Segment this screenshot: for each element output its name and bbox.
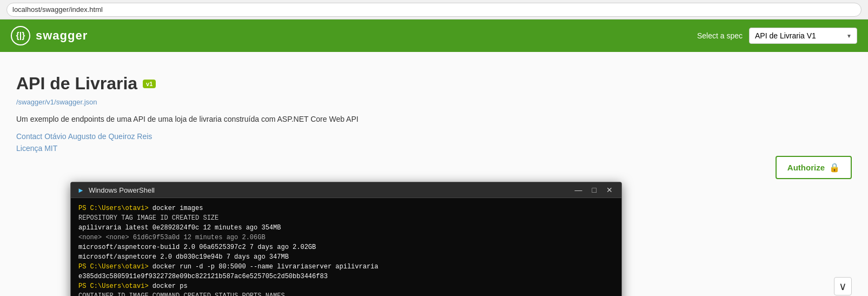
terminal-line-2: apilivraria latest 0e2892824f0c 12 minut… xyxy=(78,223,614,233)
term-none: <none> <none> 61d6c9f53a0d 12 minutes ag… xyxy=(78,234,266,241)
api-description: Um exemplo de endpoints de uma API de um… xyxy=(16,115,852,123)
term-data-3: microsoft/aspnetcore 2.0 db030c19e94b 7 … xyxy=(78,253,289,261)
url-text: localhost/swagger/index.html xyxy=(12,5,103,14)
terminal-close-button[interactable]: ✕ xyxy=(604,186,615,194)
select-spec-label: Select a spec xyxy=(697,31,743,40)
navbar: {|} swagger Select a spec API de Livrari… xyxy=(0,19,868,52)
powershell-terminal: ► Windows PowerShell — □ ✕ PS C:\Users\o… xyxy=(70,182,622,296)
spec-select-wrapper[interactable]: API de Livraria V1 xyxy=(749,28,857,44)
swagger-logo-icon: {|} xyxy=(11,26,30,45)
terminal-line-4: microsoft/aspnetcore-build 2.0 06a652539… xyxy=(78,242,614,252)
ps-icon: ► xyxy=(77,186,84,194)
terminal-line-5: microsoft/aspnetcore 2.0 db030c19e94b 7 … xyxy=(78,252,614,262)
term-prompt-3: PS C:\Users\otavi> xyxy=(78,282,153,290)
chevron-down-container: ∨ xyxy=(834,277,852,295)
term-header: REPOSITORY TAG IMAGE ID CREATED SIZE xyxy=(78,214,218,222)
api-version-badge: v1 xyxy=(143,80,156,88)
terminal-title-left: ► Windows PowerShell xyxy=(77,186,155,194)
terminal-line-6: PS C:\Users\otavi> docker run -d -p 80:5… xyxy=(78,262,614,272)
browser-chrome: localhost/swagger/index.html xyxy=(0,0,868,19)
terminal-line-header: REPOSITORY TAG IMAGE ID CREATED SIZE xyxy=(78,213,614,223)
term-ps-header: CONTAINER ID IMAGE COMMAND CREATED STATU… xyxy=(78,292,285,296)
authorize-label: Authorize xyxy=(787,163,825,172)
swagger-brand-name: swagger xyxy=(36,29,88,43)
term-prompt-2: PS C:\Users\otavi> xyxy=(78,263,153,271)
authorize-btn-container: Authorize 🔒 xyxy=(776,156,852,179)
main-content: API de Livraria v1 /swagger/v1/swagger.j… xyxy=(0,52,868,296)
navbar-brand: {|} swagger xyxy=(11,26,88,45)
license-link[interactable]: Licença MIT xyxy=(16,144,852,153)
term-cmd: docker images xyxy=(153,205,203,212)
terminal-line-7: e385dd3c5805911e9f9322728e09bc822121b587… xyxy=(78,272,614,281)
terminal-line-ps-header: CONTAINER ID IMAGE COMMAND CREATED STATU… xyxy=(78,291,614,296)
api-title: API de Livraria xyxy=(16,74,137,94)
terminal-line-1: PS C:\Users\otavi> docker images xyxy=(78,203,614,213)
chevron-down-icon: ∨ xyxy=(839,280,847,292)
terminal-title-text: Windows PowerShell xyxy=(89,186,155,194)
terminal-body: PS C:\Users\otavi> docker images REPOSIT… xyxy=(71,198,621,296)
spec-select[interactable]: API de Livraria V1 xyxy=(749,28,857,44)
api-title-row: API de Livraria v1 xyxy=(16,74,852,94)
term-hash: e385dd3c5805911e9f9322728e09bc822121b587… xyxy=(78,273,328,280)
terminal-maximize-button[interactable]: □ xyxy=(590,186,599,194)
terminal-line-8: PS C:\Users\otavi> docker ps xyxy=(78,281,614,291)
authorize-button[interactable]: Authorize 🔒 xyxy=(776,156,852,179)
lock-icon: 🔒 xyxy=(829,162,840,173)
navbar-right: Select a spec API de Livraria V1 xyxy=(697,28,857,44)
chevron-down-button[interactable]: ∨ xyxy=(834,277,852,295)
swagger-json-link[interactable]: /swagger/v1/swagger.json xyxy=(16,98,852,106)
terminal-line-3: <none> <none> 61d6c9f53a0d 12 minutes ag… xyxy=(78,233,614,242)
terminal-controls: — □ ✕ xyxy=(573,186,615,194)
term-cmd-2: docker run -d -p 80:5000 --name livraria… xyxy=(153,263,379,271)
term-prompt: PS C:\Users\otavi> xyxy=(78,205,153,212)
terminal-titlebar: ► Windows PowerShell — □ ✕ xyxy=(71,182,621,198)
term-data: apilivraria latest 0e2892824f0c 12 minut… xyxy=(78,224,281,232)
term-data-2: microsoft/aspnetcore-build 2.0 06a652539… xyxy=(78,244,316,251)
terminal-minimize-button[interactable]: — xyxy=(573,186,585,194)
address-bar[interactable]: localhost/swagger/index.html xyxy=(6,3,862,17)
term-cmd-3: docker ps xyxy=(153,282,188,290)
contact-link[interactable]: Contact Otávio Augusto de Queiroz Reis xyxy=(16,132,852,141)
